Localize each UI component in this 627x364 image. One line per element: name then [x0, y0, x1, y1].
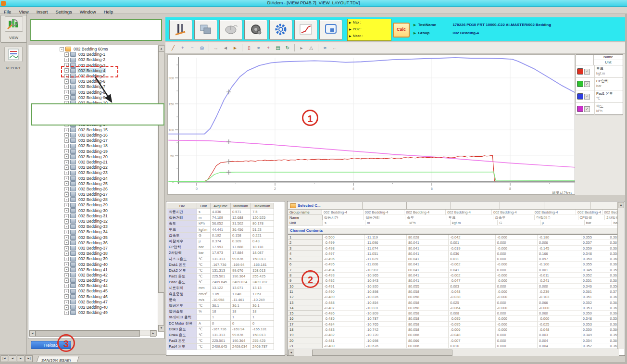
channel-data-row[interactable]: 13-0.488-10.85480.0580.0250.0000.0660.35…: [288, 300, 619, 305]
expand-icon[interactable]: +: [64, 278, 69, 283]
expand-icon[interactable]: +: [64, 187, 69, 191]
tree-item[interactable]: +002 Bedding-16: [29, 133, 157, 138]
stats-row[interactable]: Disk1 온도℃-167.736-169.94-165.181: [167, 262, 274, 268]
stats-row[interactable]: 감속도G0.1920.1580.221: [167, 233, 274, 238]
menu-window[interactable]: Window: [76, 9, 100, 15]
curve-icon[interactable]: [294, 20, 317, 40]
expand-icon[interactable]: +: [64, 58, 69, 62]
expand-icon[interactable]: +: [64, 203, 69, 207]
expand-icon[interactable]: +: [64, 192, 69, 197]
expand-icon[interactable]: +: [64, 257, 69, 261]
expand-icon[interactable]: +: [64, 246, 69, 251]
menu-help[interactable]: Help: [100, 9, 117, 15]
tree-item[interactable]: +002 Bedding-28: [29, 197, 157, 202]
expand-icon[interactable]: +: [64, 267, 69, 272]
tree-item[interactable]: +002 Bedding-44: [29, 283, 157, 289]
sheet-nav-3[interactable]: ►|: [25, 355, 33, 362]
stats-row[interactable]: Pad2 온도℃2409.6452409.0342409.787: [167, 279, 274, 285]
sheet-nav-2[interactable]: ►: [17, 355, 25, 362]
channel-data-row[interactable]: 15-0.486-10.80980.0580.0080.0000.0600.35…: [288, 311, 619, 316]
crosshair-cursor-icon[interactable]: +: [264, 44, 273, 52]
sheet-tab[interactable]: SAN(10% BSAE): [37, 356, 80, 362]
tree-item[interactable]: +002 Bedding-22: [29, 165, 157, 170]
stats-row[interactable]: Pad3 온도℃225.501190.364255.425: [167, 338, 274, 344]
tree-item[interactable]: +002 Bedding-21: [29, 160, 157, 165]
tree-item[interactable]: +002 Bedding-38: [29, 251, 157, 256]
tree-item[interactable]: +002 Bedding-23: [29, 170, 157, 176]
tree-item[interactable]: +002 Bedding-47: [29, 300, 157, 305]
tree-item[interactable]: +002 Bedding-39: [29, 256, 157, 262]
expand-icon[interactable]: +: [64, 225, 69, 229]
expand-icon[interactable]: +: [64, 273, 69, 277]
marker-icon[interactable]: △: [307, 44, 315, 52]
next-icon[interactable]: ►: [231, 44, 239, 52]
tree-item[interactable]: +002 Bedding-19: [29, 149, 157, 154]
stats-row[interactable]: 속도kPh56.05231.50280.178: [167, 221, 274, 226]
legend-color-swatch[interactable]: [577, 106, 583, 112]
stats-header-cell[interactable]: Div: [167, 203, 197, 209]
stats-row[interactable]: DC Motor 전류A000: [167, 321, 274, 326]
rail-report-button[interactable]: REPORT: [0, 46, 26, 71]
curve-edit-icon[interactable]: ╱: [169, 44, 177, 52]
legend-color-swatch[interactable]: [577, 93, 583, 100]
tree-item[interactable]: +002 Bedding-45: [29, 289, 157, 294]
expand-icon[interactable]: +: [64, 171, 69, 175]
tree-item[interactable]: +002 Bedding-17: [29, 138, 157, 143]
expand-icon[interactable]: +: [64, 305, 69, 310]
channel-data-row[interactable]: 20-0.481-10.69880.066-0.0070.0000.0040.3…: [288, 338, 619, 343]
channel-data-row[interactable]: 2-0.499-11.09680.0410.0010.0000.0060.357…: [288, 240, 619, 245]
stats-row[interactable]: Disk4 온도℃131.31399.676158.013: [167, 332, 274, 338]
mouse-icon[interactable]: [219, 20, 242, 40]
tree-item[interactable]: +002 Bedding-48: [29, 305, 157, 310]
channel-data-row[interactable]: 14-0.487-10.83180.058-0.064-0.000-0.0000…: [288, 305, 619, 311]
rail-view-button[interactable]: VIEW: [0, 15, 27, 43]
stats-row[interactable]: Pad4 온도℃2409.6452409.0342409.787: [167, 344, 274, 350]
legend-color-swatch[interactable]: [577, 81, 583, 87]
tree-vertical-scrollbar[interactable]: ▲ ▼: [158, 45, 164, 332]
expand-icon[interactable]: +: [64, 149, 69, 153]
expand-icon[interactable]: +: [64, 160, 69, 164]
legend-visibility-checkbox[interactable]: ✓: [584, 81, 590, 87]
tree-item[interactable]: +002 Bedding-42: [29, 273, 157, 278]
expand-icon[interactable]: +: [64, 176, 69, 180]
expand-icon[interactable]: +: [60, 47, 64, 51]
expand-icon[interactable]: +: [64, 294, 69, 299]
flag-cursor-icon[interactable]: ▸: [297, 44, 306, 52]
stats-row[interactable]: 브레이크 출력111: [167, 314, 274, 320]
stats-row[interactable]: 작동시간s4.0360.5717.5: [167, 209, 274, 215]
channel-data-row[interactable]: 21-0.480-10.67680.0860.0100.0000.0040.35…: [288, 343, 619, 348]
stats-row[interactable]: 디스크온도℃131.31399.676158.013: [167, 256, 274, 262]
tree-item[interactable]: +002 Bedding-41: [29, 267, 157, 273]
tree-item[interactable]: +002 Bedding-49: [29, 310, 157, 315]
tree-item[interactable]: +002 Bedding-32: [29, 219, 157, 224]
stats-row[interactable]: 챔버온도℃36.136.136.1: [167, 303, 274, 309]
display-icon[interactable]: [319, 20, 342, 40]
tree-vscroll-thumb[interactable]: [158, 51, 164, 293]
stats-row[interactable]: 토크kgf.m44.44136.45651.23: [167, 227, 274, 233]
tree-item[interactable]: +002 Bedding-34: [29, 229, 157, 235]
refresh-icon[interactable]: ↻: [283, 44, 292, 52]
scroll-down-icon[interactable]: ▼: [158, 325, 164, 331]
stats-row[interactable]: 시료위치mm13.12213.07113.13: [167, 285, 274, 291]
expand-icon[interactable]: +: [64, 262, 69, 266]
menu-settings[interactable]: Settings: [52, 9, 76, 15]
curves-cursor-icon[interactable]: ≈: [254, 44, 263, 52]
legend-visibility-checkbox[interactable]: ✓: [584, 106, 590, 112]
zoom-in-icon[interactable]: +: [178, 44, 187, 52]
stats-header-cell[interactable]: Minimum: [231, 203, 251, 209]
zoom-reset-icon[interactable]: ◎: [198, 44, 206, 52]
scroll-left-icon[interactable]: ◄: [29, 330, 36, 337]
expand-icon[interactable]: +: [64, 208, 69, 213]
channel-hscroll-thumb[interactable]: [312, 350, 452, 356]
sheet-nav-1[interactable]: ◄: [9, 355, 16, 362]
stats-row[interactable]: CP압력bar17.99317.68818.118: [167, 244, 274, 250]
stats-row[interactable]: 마찰계수µ0.3740.3090.43: [167, 238, 274, 244]
back-icon[interactable]: ←: [330, 44, 339, 52]
previous-icon[interactable]: ◄: [221, 44, 230, 52]
stats-row[interactable]: Disk3 온도℃-167.736-169.94-165.181: [167, 326, 274, 332]
channel-data-row[interactable]: 12-0.489-10.87680.058-0.038-0.000-0.1030…: [288, 294, 619, 300]
legend-row[interactable]: ✓CP압력bar: [576, 78, 623, 90]
tree-item[interactable]: +002 Bedding-31: [29, 213, 157, 219]
stats-row[interactable]: Pad1 온도℃225.501190.364255.425: [167, 274, 274, 279]
channel-data-row[interactable]: 7-0.494-10.98780.0410.0410.0000.0010.345…: [288, 267, 619, 273]
